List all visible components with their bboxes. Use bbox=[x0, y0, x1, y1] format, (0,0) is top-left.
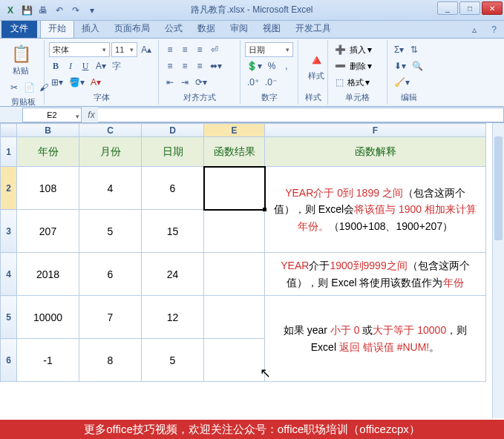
cell-E1[interactable]: 函数结果 bbox=[204, 137, 265, 167]
name-box[interactable]: E2 bbox=[22, 108, 82, 122]
cell-C6[interactable]: 8 bbox=[79, 339, 142, 382]
minimize-button[interactable]: _ bbox=[437, 1, 458, 15]
redo-icon[interactable]: ↷ bbox=[68, 3, 83, 18]
indent-inc-icon[interactable]: ⇥ bbox=[178, 75, 192, 90]
row-6[interactable]: 6 bbox=[1, 339, 17, 382]
cell-B2[interactable]: 108 bbox=[17, 167, 79, 210]
copy-icon[interactable]: 📄 bbox=[22, 80, 36, 95]
qat-dropdown-icon[interactable]: ▾ bbox=[85, 3, 99, 18]
align-center-icon[interactable]: ≡ bbox=[178, 59, 192, 73]
align-mid-icon[interactable]: ≡ bbox=[178, 42, 192, 57]
col-D[interactable]: D bbox=[142, 124, 204, 137]
fill-color-button[interactable]: 🪣▾ bbox=[67, 75, 87, 90]
cell-F5[interactable]: 如果 year 小于 0 或大于等于 10000，则 Excel 返回 错误值 … bbox=[265, 296, 486, 382]
bold-button[interactable]: B bbox=[49, 59, 62, 73]
align-bot-icon[interactable]: ≡ bbox=[193, 42, 206, 57]
italic-button[interactable]: I bbox=[64, 59, 77, 73]
tab-home[interactable]: 开始 bbox=[40, 19, 74, 38]
cell-F2[interactable]: YEAR介于 0到 1899 之间（包含这两个值），则 Excel会将该值与 1… bbox=[265, 167, 486, 253]
clear-icon[interactable]: 🧹▾ bbox=[392, 75, 412, 90]
paste-button[interactable]: 📋 粘贴 bbox=[7, 42, 34, 79]
cell-D1[interactable]: 日期 bbox=[142, 137, 204, 167]
cell-B3[interactable]: 207 bbox=[17, 210, 79, 253]
font-combo[interactable]: 宋体 bbox=[49, 42, 110, 57]
cell-B4[interactable]: 2018 bbox=[17, 253, 79, 296]
fill-icon[interactable]: ⬇▾ bbox=[392, 59, 408, 73]
cell-C4[interactable]: 6 bbox=[79, 253, 142, 296]
styles-button[interactable]: 🔺 样式 bbox=[303, 47, 330, 85]
comma-icon[interactable]: , bbox=[280, 59, 293, 73]
ribbon-min-icon[interactable]: ▵ bbox=[465, 22, 484, 38]
shrink-font-icon[interactable]: A▾ bbox=[94, 59, 108, 73]
col-F[interactable]: F bbox=[265, 124, 486, 137]
scroll-thumb[interactable] bbox=[494, 136, 503, 240]
tab-insert[interactable]: 插入 bbox=[74, 19, 107, 38]
select-all-corner[interactable] bbox=[1, 124, 17, 137]
cell-C5[interactable]: 7 bbox=[79, 296, 142, 339]
close-button[interactable]: ✕ bbox=[482, 1, 503, 15]
cell-D6[interactable]: 5 bbox=[142, 339, 204, 382]
fx-icon[interactable]: fx bbox=[85, 110, 98, 120]
tab-developer[interactable]: 开发工具 bbox=[288, 19, 338, 38]
tab-formulas[interactable]: 公式 bbox=[157, 19, 190, 38]
delete-button[interactable]: 删除 bbox=[350, 61, 366, 72]
grid[interactable]: B C D E F 1 年份 月份 日期 函数结果 函数解释 2 108 4 6… bbox=[0, 123, 486, 382]
cell-D4[interactable]: 24 bbox=[142, 253, 204, 296]
tab-data[interactable]: 数据 bbox=[190, 19, 223, 38]
help-icon[interactable]: ? bbox=[484, 22, 504, 38]
align-right-icon[interactable]: ≡ bbox=[193, 59, 206, 73]
font-color-button[interactable]: A▾ bbox=[88, 75, 103, 90]
row-4[interactable]: 4 bbox=[1, 253, 17, 296]
align-top-icon[interactable]: ≡ bbox=[163, 42, 177, 57]
row-1[interactable]: 1 bbox=[1, 137, 17, 167]
wrap-text-icon[interactable]: ⏎ bbox=[208, 42, 221, 57]
cell-C2[interactable]: 4 bbox=[79, 167, 142, 210]
col-C[interactable]: C bbox=[79, 124, 142, 137]
cell-E6[interactable] bbox=[204, 339, 265, 382]
cell-B6[interactable]: -1 bbox=[17, 339, 79, 382]
cell-E5[interactable] bbox=[204, 296, 265, 339]
phonetic-icon[interactable]: 字 bbox=[110, 59, 123, 73]
insert-button[interactable]: 插入 bbox=[350, 44, 366, 56]
row-2[interactable]: 2 bbox=[1, 167, 17, 210]
cell-C1[interactable]: 月份 bbox=[79, 137, 142, 167]
undo-icon[interactable]: ↶ bbox=[52, 3, 67, 18]
vertical-scrollbar[interactable] bbox=[492, 123, 504, 418]
indent-dec-icon[interactable]: ⇤ bbox=[163, 75, 177, 90]
save-icon[interactable]: 💾 bbox=[19, 3, 34, 18]
cell-F1[interactable]: 函数解释 bbox=[265, 137, 486, 167]
print-icon[interactable]: 🖶 bbox=[36, 3, 50, 18]
cells-insert-icon[interactable]: ➕ bbox=[333, 42, 348, 57]
percent-icon[interactable]: % bbox=[265, 59, 278, 73]
row-3[interactable]: 3 bbox=[1, 210, 17, 253]
tab-file[interactable]: 文件 bbox=[1, 19, 37, 38]
dec-decimal-icon[interactable]: .0⁻ bbox=[263, 75, 279, 90]
cell-C3[interactable]: 5 bbox=[79, 210, 142, 253]
grow-font-icon[interactable]: A▴ bbox=[139, 42, 154, 57]
font-size-combo[interactable]: 11 bbox=[111, 42, 137, 57]
col-E[interactable]: E bbox=[204, 124, 265, 137]
cell-E2[interactable] bbox=[204, 167, 265, 210]
tab-view[interactable]: 视图 bbox=[255, 19, 288, 38]
find-icon[interactable]: 🔍 bbox=[410, 59, 425, 73]
underline-button[interactable]: U bbox=[79, 59, 92, 73]
cells-delete-icon[interactable]: ➖ bbox=[333, 59, 348, 73]
tab-layout[interactable]: 页面布局 bbox=[107, 19, 157, 38]
cell-D3[interactable]: 15 bbox=[142, 210, 204, 253]
merge-icon[interactable]: ⬌▾ bbox=[208, 59, 224, 73]
number-format-combo[interactable]: 日期 bbox=[245, 42, 293, 57]
cells-format-icon[interactable]: ⬚ bbox=[333, 75, 346, 90]
inc-decimal-icon[interactable]: .0⁺ bbox=[245, 75, 261, 90]
formula-input[interactable] bbox=[98, 108, 504, 122]
border-button[interactable]: ⊞▾ bbox=[49, 75, 65, 90]
orientation-icon[interactable]: ⟳▾ bbox=[193, 75, 209, 90]
cell-B1[interactable]: 年份 bbox=[17, 137, 79, 167]
cell-D2[interactable]: 6 bbox=[142, 167, 204, 210]
currency-icon[interactable]: 💲▾ bbox=[245, 59, 264, 73]
cut-icon[interactable]: ✂ bbox=[7, 80, 21, 95]
cell-E3[interactable] bbox=[204, 210, 265, 253]
row-5[interactable]: 5 bbox=[1, 296, 17, 339]
align-left-icon[interactable]: ≡ bbox=[163, 59, 177, 73]
tab-review[interactable]: 审阅 bbox=[223, 19, 255, 38]
autosum-icon[interactable]: Σ▾ bbox=[392, 42, 406, 57]
